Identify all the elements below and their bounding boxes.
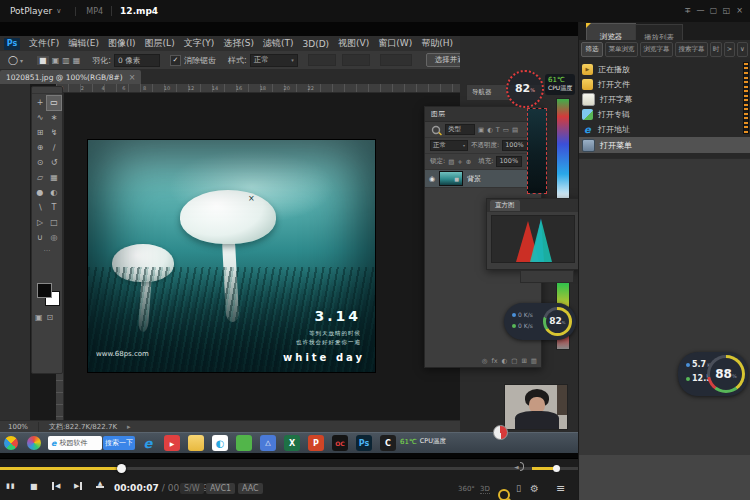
net-gauge-bottom[interactable]: 5.7 K/s 12.5 K/s 88 % <box>678 352 748 396</box>
tool-preset-chevron-icon[interactable]: ▾ <box>20 57 23 64</box>
titlebar[interactable]: PotPlayer ∨ MP4 12.mp4 ∓ — ▢ ◱ × <box>0 0 750 23</box>
feather-input[interactable]: 0 像素 <box>114 54 160 67</box>
media-player-icon[interactable]: ▶ <box>164 435 180 451</box>
colorful-app-icon[interactable] <box>27 436 41 450</box>
start-button-icon[interactable] <box>4 436 18 450</box>
3d-mode-button[interactable]: 3D <box>480 485 490 494</box>
selection-add-icon[interactable]: ▣ <box>52 56 60 65</box>
desktop-search-box[interactable]: e 校园软件 <box>48 436 102 450</box>
green-app-icon[interactable] <box>236 435 252 451</box>
foreground-color-swatch[interactable] <box>37 283 52 298</box>
delete-layer-icon[interactable]: ▥ <box>531 357 537 365</box>
seek-thumb[interactable] <box>117 464 126 473</box>
selection-subtract-icon[interactable]: ▥ <box>62 56 70 65</box>
histogram-tab[interactable]: 直方图 <box>490 200 520 211</box>
subtab-time[interactable]: 时 <box>710 42 722 57</box>
layer-row-background[interactable]: ◉ 背景 ■ <box>425 170 541 188</box>
filter-adjustment-icon[interactable]: ◐ <box>487 126 493 134</box>
healing-brush-tool-icon[interactable]: ⊕ <box>33 141 47 155</box>
panel-scroll-strip[interactable] <box>743 62 749 134</box>
document-tab[interactable]: 1020851.jpg @ 100%(RGB/8#) × <box>0 70 141 84</box>
list-item-open-file[interactable]: 打开文件 <box>579 77 750 92</box>
volume-thumb[interactable] <box>553 465 560 472</box>
layer-thumbnail[interactable] <box>439 171 463 186</box>
subtab-filter[interactable]: 筛选 <box>581 42 603 57</box>
menu-view[interactable]: 视图(V) <box>338 37 369 50</box>
menu-image[interactable]: 图像(I) <box>108 37 136 50</box>
dodge-tool-icon[interactable]: ◐ <box>47 186 61 200</box>
excel-icon[interactable]: X <box>284 435 300 451</box>
selection-intersect-icon[interactable]: ▦ <box>73 56 81 65</box>
minimize-icon[interactable]: — <box>694 4 707 18</box>
tab-browser[interactable]: 浏览器 <box>586 23 636 41</box>
windows-taskbar[interactable]: e 校园软件 搜索一下 e ▶ ◐ △ X P OC Ps C 61℃ CPU温… <box>0 432 578 454</box>
layer-mask-icon[interactable]: ▢ <box>511 357 517 365</box>
filter-smart-icon[interactable]: ▤ <box>512 126 518 134</box>
search-go-button[interactable]: 搜索一下 <box>103 436 135 450</box>
volume-icon[interactable]: ◄ <box>514 462 524 471</box>
quick-selection-tool-icon[interactable]: ∗ <box>47 111 61 125</box>
search-box-text[interactable]: 校园软件 <box>59 438 87 448</box>
blue-app-icon[interactable]: △ <box>260 435 276 451</box>
moon-browser-icon[interactable]: ◐ <box>212 435 228 451</box>
menu-filter[interactable]: 滤镜(T) <box>263 37 294 50</box>
list-item-open-subtitle[interactable]: 打开字幕 <box>579 92 750 107</box>
menu-3d[interactable]: 3D(D) <box>302 39 329 49</box>
active-tool-icon[interactable]: ◯ <box>8 55 18 65</box>
list-item-open-album[interactable]: 打开专辑 <box>579 107 750 122</box>
menu-edit[interactable]: 编辑(E) <box>68 37 99 50</box>
opacity-input[interactable]: 100% <box>502 140 528 151</box>
rotate-360-button[interactable]: 360° <box>458 485 475 493</box>
layer-filter-type[interactable]: 类型 <box>445 124 475 135</box>
layer-style-fx-icon[interactable]: fx <box>491 357 497 365</box>
lock-transparent-icon[interactable]: ▨ <box>448 158 454 166</box>
adjustment-layer-icon[interactable]: ◐ <box>502 357 508 365</box>
zoom-level[interactable]: 100% <box>8 423 28 431</box>
eraser-tool-icon[interactable]: ▱ <box>33 171 47 185</box>
shape-tool-icon[interactable]: □ <box>47 216 61 230</box>
subtab-menu-browse[interactable]: 菜单浏览 <box>605 42 638 57</box>
powerpoint-icon[interactable]: P <box>308 435 324 451</box>
panel-menu-button[interactable]: ≡ <box>556 482 565 495</box>
pause-button[interactable]: ▮▮ <box>6 482 16 490</box>
lock-all-icon[interactable]: ⊕ <box>466 158 471 166</box>
subtab-browse-subtitles[interactable]: 浏览字幕 <box>640 42 673 57</box>
hand-tool-icon[interactable]: ∪ <box>33 231 47 245</box>
quick-mask-icon[interactable]: ▣ <box>35 313 43 322</box>
cpu-gauge[interactable]: 82 % <box>506 70 544 108</box>
status-arrow-icon[interactable]: ▸ <box>127 423 131 431</box>
height-input[interactable] <box>342 54 370 66</box>
video-area[interactable]: Ps 文件(F) 编辑(E) 图像(I) 图层(L) 文字(Y) 选择(S) 滤… <box>0 22 578 458</box>
pen-tool-icon[interactable]: ∖ <box>33 201 47 215</box>
gradient-tool-icon[interactable]: ▦ <box>47 171 61 185</box>
settings-gear-icon[interactable]: ⚙ <box>530 483 539 494</box>
lock-position-icon[interactable]: + <box>457 158 462 166</box>
blend-mode-select[interactable]: 正常 ▾ <box>430 140 468 151</box>
list-item-now-playing[interactable]: ▶ 正在播放 <box>579 62 750 77</box>
menu-type[interactable]: 文字(Y) <box>184 37 215 50</box>
path-selection-tool-icon[interactable]: ▷ <box>33 216 47 230</box>
brush-tool-icon[interactable]: ∕ <box>47 141 61 155</box>
subtab-scroll-right-icon[interactable]: > <box>724 42 735 57</box>
selection-new-icon[interactable]: ■ <box>37 56 49 65</box>
taskbar-360-badge-icon[interactable] <box>493 425 508 440</box>
capture-app-icon[interactable]: C <box>380 435 396 451</box>
eject-button[interactable]: ▲ <box>96 480 104 488</box>
menu-help[interactable]: 帮助(H) <box>421 37 453 50</box>
eyedropper-tool-icon[interactable]: ↯ <box>47 126 61 140</box>
fullscreen-icon[interactable]: ◱ <box>720 4 733 18</box>
close-icon[interactable]: × <box>733 4 746 18</box>
width-input[interactable] <box>308 54 336 66</box>
pin-icon[interactable]: ∓ <box>681 4 694 18</box>
folder-icon[interactable] <box>188 435 204 451</box>
menu-select[interactable]: 选择(S) <box>223 37 254 50</box>
blur-tool-icon[interactable]: ● <box>33 186 47 200</box>
tab-playlist[interactable]: 播放列表 <box>635 24 683 41</box>
webcam-overlay[interactable] <box>504 384 568 430</box>
list-item-open-menu[interactable]: 打开菜单 <box>579 137 750 153</box>
screen-mode-icon[interactable]: ⊡ <box>47 313 54 322</box>
menu-window[interactable]: 窗口(W) <box>378 37 412 50</box>
link-layers-icon[interactable]: ◎ <box>482 357 488 365</box>
marquee-tool-icon[interactable]: ▭ <box>47 96 61 110</box>
history-brush-tool-icon[interactable]: ↺ <box>47 156 61 170</box>
